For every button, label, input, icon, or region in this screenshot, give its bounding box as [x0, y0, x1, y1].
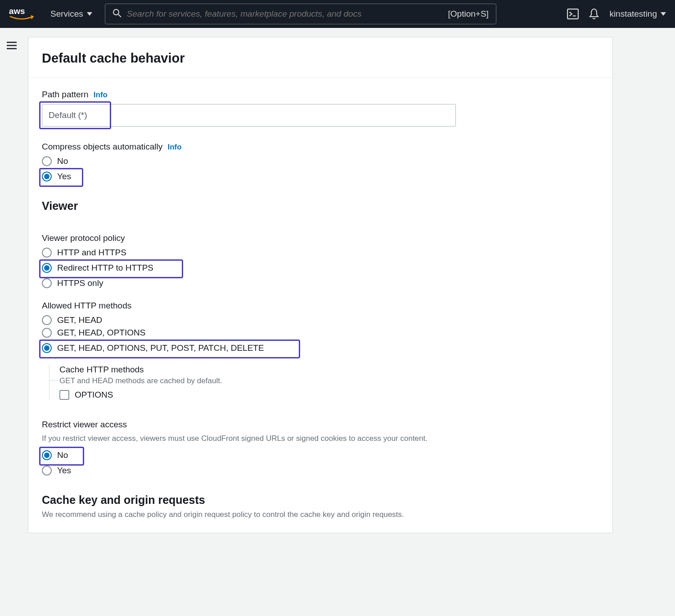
radio-icon — [42, 156, 52, 166]
cache-methods-hint: GET and HEAD methods are cached by defau… — [59, 376, 599, 385]
cache-key-heading: Cache key and origin requests — [42, 494, 599, 507]
radio-icon — [42, 328, 52, 338]
protocol-label: Viewer protocol policy — [42, 233, 599, 243]
default-cache-behavior-panel: Default cache behavior Path pattern Info… — [28, 37, 613, 533]
compress-no[interactable]: No — [42, 156, 599, 166]
search-input[interactable] — [127, 9, 448, 19]
compress-yes[interactable]: Yes — [42, 172, 71, 181]
checkbox-icon — [59, 390, 69, 400]
restrict-label: Restrict viewer access — [42, 420, 599, 430]
methods-get-head-options[interactable]: GET, HEAD, OPTIONS — [42, 328, 599, 338]
radio-selected-icon — [42, 172, 52, 181]
cache-methods-label: Cache HTTP methods — [59, 365, 599, 375]
svg-point-2 — [113, 9, 119, 15]
restrict-yes[interactable]: Yes — [42, 466, 599, 476]
radio-icon — [42, 466, 52, 476]
protocol-http-https[interactable]: HTTP and HTTPS — [42, 248, 599, 258]
cloudshell-icon[interactable] — [567, 8, 579, 20]
radio-selected-icon — [42, 450, 52, 460]
cache-methods-options[interactable]: OPTIONS — [59, 390, 599, 400]
compress-label: Compress objects automatically Info — [42, 142, 599, 152]
radio-selected-icon — [42, 263, 52, 273]
svg-marker-1 — [87, 12, 92, 16]
account-label: kinstatesting — [609, 9, 657, 19]
methods-get-head[interactable]: GET, HEAD — [42, 315, 599, 325]
account-menu[interactable]: kinstatesting — [609, 9, 666, 19]
viewer-heading: Viewer — [42, 199, 599, 213]
cache-key-hint: We recommend using a cache policy and or… — [42, 510, 599, 519]
restrict-no[interactable]: No — [42, 450, 68, 460]
notifications-icon[interactable] — [589, 8, 599, 20]
radio-icon — [42, 278, 52, 288]
protocol-redirect[interactable]: Redirect HTTP to HTTPS — [42, 263, 153, 273]
radio-icon — [42, 248, 52, 258]
services-menu[interactable]: Services — [50, 9, 92, 19]
path-pattern-input[interactable] — [42, 104, 456, 127]
path-pattern-label: Path pattern Info — [42, 90, 599, 100]
svg-marker-6 — [661, 12, 666, 16]
panel-title: Default cache behavior — [42, 51, 599, 66]
radio-selected-icon — [42, 343, 52, 353]
aws-logo[interactable]: aws — [9, 6, 34, 22]
search-shortcut: [Option+S] — [448, 9, 489, 19]
restrict-hint: If you restrict viewer access, viewers m… — [42, 434, 599, 443]
radio-icon — [42, 315, 52, 325]
caret-down-icon — [661, 9, 666, 19]
sidebar-toggle[interactable] — [0, 28, 23, 551]
protocol-https-only[interactable]: HTTPS only — [42, 278, 599, 288]
compress-info[interactable]: Info — [168, 143, 182, 151]
svg-text:aws: aws — [9, 6, 25, 16]
methods-label: Allowed HTTP methods — [42, 301, 599, 311]
top-nav: aws Services [Option+S] kinstatesting — [0, 0, 675, 28]
caret-down-icon — [87, 9, 92, 19]
services-label: Services — [50, 9, 83, 19]
methods-all[interactable]: GET, HEAD, OPTIONS, PUT, POST, PATCH, DE… — [42, 343, 264, 353]
path-pattern-info[interactable]: Info — [94, 91, 108, 99]
search-bar[interactable]: [Option+S] — [105, 4, 496, 24]
svg-rect-4 — [567, 9, 578, 19]
svg-line-3 — [118, 14, 121, 17]
search-icon — [112, 9, 122, 19]
